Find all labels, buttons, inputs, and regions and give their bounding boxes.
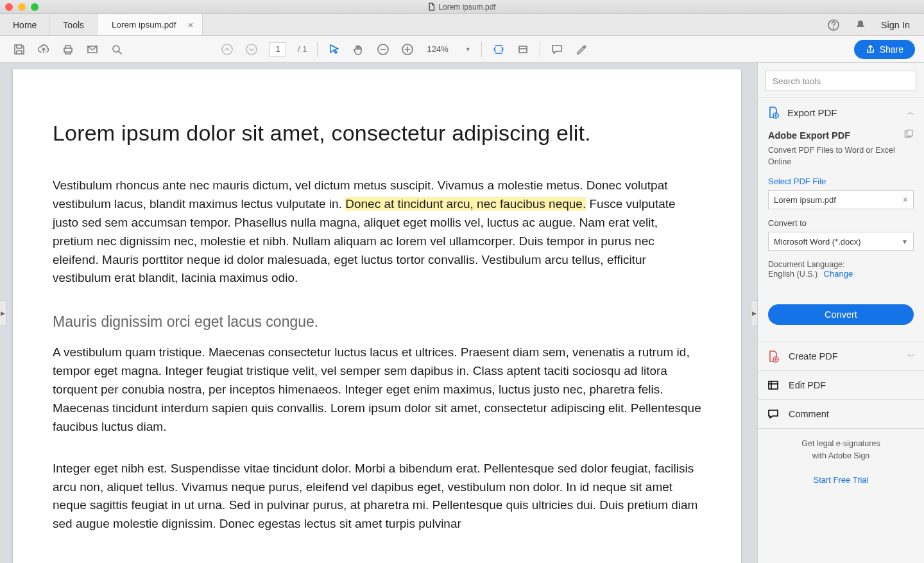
- start-free-trial-link[interactable]: Start Free Trial: [768, 474, 914, 487]
- selected-file-row: Lorem ipsum.pdf ×: [768, 190, 914, 209]
- document-tab[interactable]: Lorem ipsum.pdf ×: [98, 14, 203, 35]
- svg-point-1: [833, 28, 834, 28]
- search-icon[interactable]: [110, 43, 123, 56]
- comment-label: Comment: [789, 409, 915, 419]
- create-pdf-label: Create PDF: [789, 351, 898, 361]
- highlighted-text[interactable]: Donec at tincidunt arcu, nec faucibus ne…: [345, 197, 586, 211]
- cloud-upload-icon[interactable]: [37, 43, 50, 56]
- right-panel-toggle[interactable]: ▶: [751, 300, 757, 326]
- page-down-icon: [245, 43, 258, 56]
- edit-pdf-label: Edit PDF: [789, 380, 915, 390]
- page-total-label: / 1: [298, 44, 307, 54]
- search-tools-input[interactable]: [766, 71, 916, 91]
- export-pdf-header[interactable]: Export PDF ︿: [758, 98, 924, 126]
- doc-language-label: Document Language:: [768, 260, 845, 269]
- svg-rect-2: [64, 48, 72, 52]
- comment-tool-icon[interactable]: [551, 43, 563, 56]
- export-subtitle: Adobe Export PDF: [768, 130, 850, 141]
- selected-file-name: Lorem ipsum.pdf: [774, 195, 836, 205]
- window-title: Lorem ipsum.pdf: [428, 3, 495, 12]
- doc-language-value: English (U.S.): [768, 270, 817, 279]
- select-tool-icon[interactable]: [328, 43, 341, 56]
- export-pdf-section: Export PDF ︿ Adobe Export PDF Convert PD…: [758, 98, 924, 342]
- change-language-link[interactable]: Change: [824, 269, 853, 279]
- save-icon[interactable]: [13, 43, 26, 56]
- svg-point-6: [246, 44, 257, 55]
- top-nav: Home Tools Lorem ipsum.pdf × Sign In: [0, 14, 924, 36]
- fit-width-icon[interactable]: [492, 43, 505, 56]
- highlight-tool-icon[interactable]: [575, 43, 588, 56]
- tools-tab[interactable]: Tools: [50, 14, 98, 35]
- main-toolbar: / 1 124% ▼ Share: [0, 36, 924, 63]
- share-button-label: Share: [880, 44, 903, 55]
- zoom-in-icon[interactable]: [401, 43, 414, 56]
- chevron-up-icon: ︿: [907, 107, 915, 118]
- convert-to-value: Microsoft Word (*.docx): [774, 237, 861, 247]
- convert-to-select[interactable]: Microsoft Word (*.docx) ▼: [768, 232, 914, 251]
- chevron-down-icon: ▼: [902, 238, 908, 245]
- sign-in-link[interactable]: Sign In: [881, 20, 910, 30]
- notifications-icon[interactable]: [854, 19, 867, 31]
- chevron-down-icon: ﹀: [907, 351, 915, 362]
- select-pdf-file-link[interactable]: Select PDF File: [768, 177, 914, 186]
- doc-paragraph-1: Vestibulum rhoncus ante nec mauris dictu…: [53, 177, 701, 288]
- doc-paragraph-3: Integer eget nibh est. Suspendisse vitae…: [53, 460, 701, 534]
- main-area: ▶ ▶ Lorem ipsum dolor sit amet, consecte…: [0, 63, 924, 563]
- edit-pdf-row[interactable]: Edit PDF: [758, 370, 924, 399]
- tools-panel: Export PDF ︿ Adobe Export PDF Convert PD…: [757, 63, 924, 563]
- doc-heading-1: Lorem ipsum dolor sit amet, consectetur …: [53, 121, 701, 146]
- create-pdf-row[interactable]: Create PDF ﹀: [758, 342, 924, 370]
- pdf-page: Lorem ipsum dolor sit amet, consectetur …: [13, 69, 741, 563]
- export-description: Convert PDF Files to Word or Excel Onlin…: [768, 145, 914, 168]
- window-titlebar: Lorem ipsum.pdf: [0, 0, 924, 14]
- export-pdf-icon: [767, 106, 780, 119]
- export-options-icon[interactable]: [903, 129, 914, 141]
- hand-tool-icon[interactable]: [352, 43, 365, 56]
- document-viewer[interactable]: ▶ ▶ Lorem ipsum dolor sit amet, consecte…: [0, 63, 757, 563]
- edit-pdf-icon: [767, 379, 780, 392]
- remove-file-button[interactable]: ×: [903, 195, 908, 205]
- svg-point-5: [222, 44, 232, 55]
- adobe-sign-promo: Get legal e-signatures with Adobe Sign S…: [758, 428, 924, 498]
- close-window-button[interactable]: [5, 3, 13, 11]
- zoom-out-icon[interactable]: [377, 43, 389, 56]
- create-pdf-icon: [767, 350, 780, 363]
- share-button[interactable]: Share: [854, 40, 915, 59]
- maximize-window-button[interactable]: [31, 3, 38, 11]
- home-tab[interactable]: Home: [0, 14, 50, 35]
- svg-rect-14: [769, 381, 778, 389]
- close-tab-button[interactable]: ×: [188, 19, 194, 30]
- doc-heading-2: Mauris dignissim orci eget lacus congue.: [53, 313, 701, 331]
- comment-row[interactable]: Comment: [758, 399, 924, 428]
- promo-line-2: with Adobe Sign: [812, 451, 870, 460]
- page-up-icon: [221, 43, 234, 56]
- zoom-level-label: 124%: [427, 44, 448, 54]
- fit-page-icon[interactable]: [517, 43, 529, 56]
- window-title-text: Lorem ipsum.pdf: [438, 3, 495, 12]
- page-number-input[interactable]: [270, 42, 286, 56]
- left-panel-toggle[interactable]: ▶: [0, 300, 6, 326]
- comment-icon: [767, 408, 780, 420]
- minimize-window-button[interactable]: [18, 3, 26, 11]
- convert-to-label: Convert to: [768, 218, 914, 228]
- promo-line-1: Get legal e-signatures: [801, 439, 880, 448]
- window-controls: [5, 3, 38, 11]
- svg-rect-12: [907, 130, 912, 137]
- email-icon[interactable]: [86, 43, 99, 56]
- document-tab-label: Lorem ipsum.pdf: [112, 20, 176, 30]
- zoom-dropdown-icon[interactable]: ▼: [465, 46, 471, 53]
- svg-rect-9: [519, 46, 527, 53]
- print-icon[interactable]: [62, 43, 74, 56]
- export-pdf-label: Export PDF: [787, 107, 899, 118]
- convert-button[interactable]: Convert: [768, 304, 914, 325]
- doc-paragraph-2: A vestibulum quam tristique. Maecenas co…: [53, 343, 701, 436]
- help-icon[interactable]: [827, 19, 840, 31]
